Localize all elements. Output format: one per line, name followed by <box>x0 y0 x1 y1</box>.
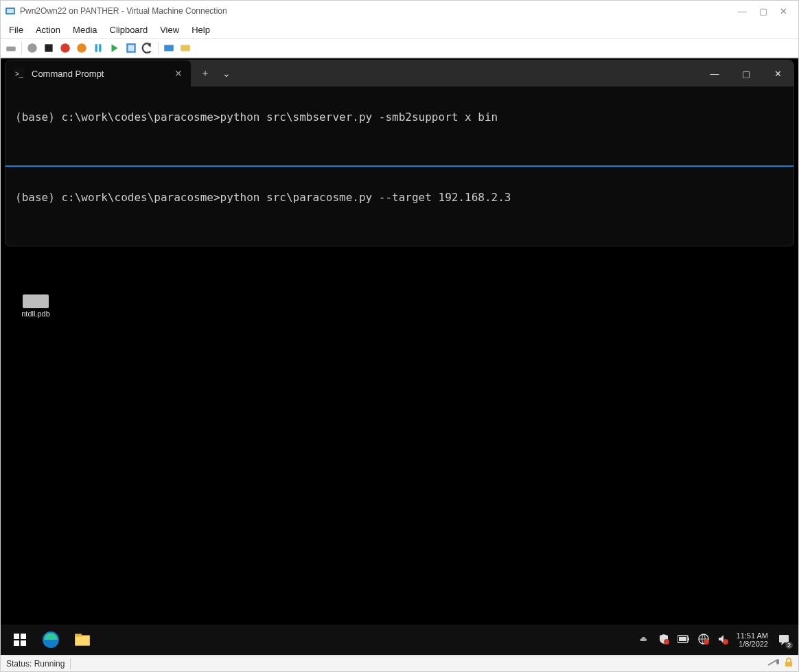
vm-window: Pwn2Own22 on PANTHER - Virtual Machine C… <box>0 0 799 672</box>
toolbar-divider-2 <box>158 42 159 54</box>
taskbar-pinned <box>42 631 91 649</box>
checkpoint-icon[interactable] <box>125 42 137 54</box>
vm-titlebar: Pwn2Own22 on PANTHER - Virtual Machine C… <box>1 1 798 21</box>
svg-rect-17 <box>14 634 19 639</box>
turnoff-icon[interactable] <box>43 42 55 54</box>
tray-clock[interactable]: 11:51 AM 1/8/2022 <box>737 632 768 648</box>
pause-icon[interactable] <box>92 42 104 54</box>
vm-menubar: File Action Media Clipboard View Help <box>1 21 798 39</box>
revert-icon[interactable] <box>141 42 154 54</box>
close-button[interactable]: ✕ <box>780 6 787 16</box>
svg-point-24 <box>664 639 669 645</box>
system-tray: 11:51 AM 1/8/2022 2 <box>639 632 791 648</box>
file-explorer-icon[interactable] <box>73 631 91 649</box>
tray-volume-icon[interactable] <box>717 634 728 647</box>
svg-marker-9 <box>112 44 118 51</box>
menu-media[interactable]: Media <box>73 25 97 35</box>
svg-text:>_: >_ <box>15 70 23 78</box>
shutdown-icon[interactable] <box>59 42 71 54</box>
tray-battery-icon[interactable] <box>678 635 690 645</box>
menu-action[interactable]: Action <box>36 25 60 35</box>
save-icon[interactable] <box>76 42 88 54</box>
host-statusbar: Status: Running <box>1 655 798 671</box>
terminal-pane-2[interactable]: (base) c:\work\codes\paracosme>python sr… <box>5 167 794 246</box>
svg-point-6 <box>77 43 86 53</box>
terminal-maximize-button[interactable]: ▢ <box>730 69 762 79</box>
toolbar-divider <box>21 42 22 54</box>
terminal-tabbar: >_ Command Prompt ✕ ＋ ⌄ — ▢ ✕ <box>5 60 794 86</box>
notifications-badge: 2 <box>785 642 793 649</box>
vm-toolbar <box>1 39 798 58</box>
svg-rect-35 <box>785 662 792 667</box>
svg-point-29 <box>704 639 709 645</box>
status-input-icon <box>767 658 782 669</box>
svg-rect-20 <box>21 640 26 646</box>
svg-rect-27 <box>679 637 686 641</box>
svg-rect-2 <box>6 47 16 51</box>
start-icon[interactable] <box>26 42 38 54</box>
desktop-icon-ntdll[interactable]: ntdll.pdb <box>12 294 60 318</box>
vm-title: Pwn2Own22 on PANTHER - Virtual Machine C… <box>20 6 738 16</box>
minimize-button[interactable]: — <box>738 6 747 16</box>
cmd-icon: >_ <box>14 68 25 79</box>
terminal-window: >_ Command Prompt ✕ ＋ ⌄ — ▢ ✕ (base) c:\… <box>5 60 794 246</box>
svg-point-5 <box>60 43 70 53</box>
menu-clipboard[interactable]: Clipboard <box>110 25 148 35</box>
svg-rect-26 <box>688 638 689 640</box>
guest-screen: >_ Command Prompt ✕ ＋ ⌄ — ▢ ✕ (base) c:\… <box>1 58 798 655</box>
svg-rect-18 <box>21 634 26 639</box>
guest-taskbar: 11:51 AM 1/8/2022 2 <box>1 625 798 655</box>
status-lock-icon <box>785 658 793 669</box>
notifications-button[interactable]: 2 <box>776 632 791 647</box>
status-divider <box>70 658 71 669</box>
start-button[interactable] <box>8 634 32 646</box>
menu-file[interactable]: File <box>9 25 23 35</box>
maximize-button[interactable]: ▢ <box>759 6 767 16</box>
status-text: Status: Running <box>6 659 65 669</box>
desktop-icon-label: ntdll.pdb <box>12 310 60 318</box>
new-tab-button[interactable]: ＋ <box>200 67 210 80</box>
svg-marker-33 <box>781 642 785 645</box>
terminal-body: (base) c:\work\codes\paracosme>python sr… <box>5 86 794 246</box>
svg-rect-8 <box>99 44 101 51</box>
tab-dropdown-button[interactable]: ⌄ <box>222 68 231 79</box>
enhanced-session-icon[interactable] <box>163 42 175 54</box>
edge-icon[interactable] <box>42 631 60 649</box>
svg-rect-22 <box>75 636 90 646</box>
ctrl-alt-del-icon[interactable] <box>5 42 17 54</box>
svg-point-31 <box>723 639 728 645</box>
vm-window-controls: — ▢ ✕ <box>738 6 794 16</box>
tray-time: 11:51 AM <box>737 632 768 640</box>
terminal-window-controls: — ▢ ✕ <box>699 60 794 86</box>
tray-onedrive-icon[interactable] <box>639 634 650 647</box>
terminal-close-button[interactable]: ✕ <box>762 69 794 79</box>
tab-actions: ＋ ⌄ <box>191 60 240 86</box>
svg-rect-4 <box>45 44 52 51</box>
share-icon[interactable] <box>179 42 192 54</box>
terminal-pane-1[interactable]: (base) c:\work\codes\paracosme>python sr… <box>5 86 794 165</box>
svg-rect-13 <box>164 45 174 51</box>
svg-rect-1 <box>7 9 14 13</box>
menu-view[interactable]: View <box>160 25 179 35</box>
svg-rect-19 <box>14 640 19 646</box>
tray-security-icon[interactable] <box>658 634 669 647</box>
svg-rect-34 <box>776 659 779 664</box>
tray-date: 1/8/2022 <box>737 640 768 648</box>
terminal-minimize-button[interactable]: — <box>699 69 730 79</box>
tab-close-icon[interactable]: ✕ <box>174 68 183 79</box>
terminal-tab-active[interactable]: >_ Command Prompt ✕ <box>5 60 191 86</box>
svg-marker-30 <box>719 635 723 643</box>
reset-icon[interactable] <box>108 42 121 54</box>
svg-point-3 <box>27 43 37 53</box>
svg-rect-7 <box>95 44 97 51</box>
menu-help[interactable]: Help <box>192 25 210 35</box>
vm-icon <box>5 5 16 16</box>
file-icon <box>23 294 49 308</box>
svg-rect-11 <box>128 45 135 51</box>
terminal-tab-title: Command Prompt <box>32 69 167 79</box>
tray-network-icon[interactable] <box>698 634 709 647</box>
svg-rect-14 <box>181 45 190 51</box>
svg-rect-23 <box>75 634 82 636</box>
status-icons <box>767 658 793 669</box>
